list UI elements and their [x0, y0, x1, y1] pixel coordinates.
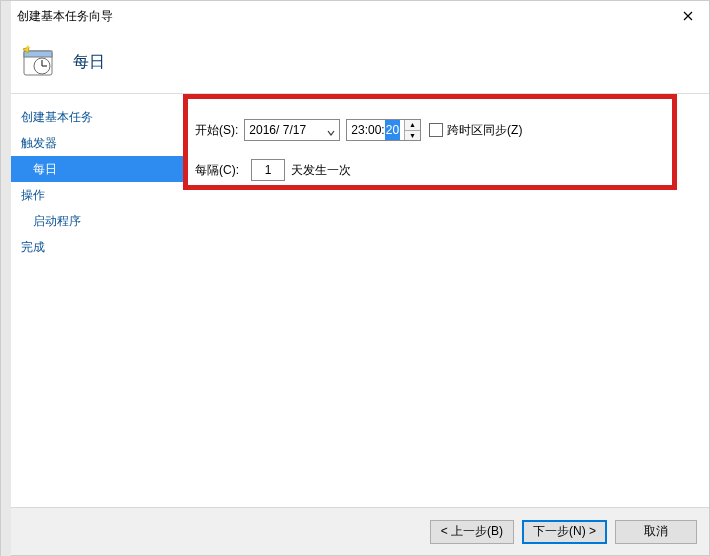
sidebar-item-finish[interactable]: 完成	[11, 234, 183, 260]
interval-label: 每隔(C):	[195, 162, 239, 179]
tz-sync-label: 跨时区同步(Z)	[447, 122, 522, 139]
time-spinner[interactable]: ▲ ▼	[404, 120, 420, 140]
interval-row: 每隔(C): 1 天发生一次	[195, 158, 351, 182]
next-button[interactable]: 下一步(N) >	[522, 520, 607, 544]
content-pane: 开始(S): 2016/ 7/17 23:00:20 ▲ ▼	[183, 94, 709, 507]
sidebar-item-daily[interactable]: 每日	[11, 156, 183, 182]
start-date-picker[interactable]: 2016/ 7/17	[244, 119, 340, 141]
sidebar-item-create-basic-task[interactable]: 创建基本任务	[11, 104, 183, 130]
background-strip	[1, 1, 11, 556]
start-time-value: 23:00:20	[347, 120, 404, 140]
window-title: 创建基本任务向导	[17, 8, 113, 25]
start-time-seconds-selected: 20	[385, 120, 400, 140]
body: 创建基本任务 触发器 每日 操作 启动程序 完成 开始(S): 2016/ 7/…	[11, 94, 709, 507]
close-icon	[683, 8, 693, 24]
titlebar: 创建基本任务向导	[11, 1, 709, 31]
tz-sync-checkbox[interactable]	[429, 123, 443, 137]
back-button[interactable]: < 上一步(B)	[430, 520, 514, 544]
start-row: 开始(S): 2016/ 7/17 23:00:20 ▲ ▼	[195, 118, 522, 142]
interval-input[interactable]: 1	[251, 159, 285, 181]
footer: < 上一步(B) 下一步(N) > 取消	[11, 507, 709, 555]
chevron-down-icon	[327, 126, 335, 134]
sidebar-item-start-program[interactable]: 启动程序	[11, 208, 183, 234]
page-title: 每日	[73, 52, 105, 73]
sidebar: 创建基本任务 触发器 每日 操作 启动程序 完成	[11, 94, 183, 507]
header: 每日	[11, 31, 709, 93]
cancel-button[interactable]: 取消	[615, 520, 697, 544]
sidebar-item-trigger[interactable]: 触发器	[11, 130, 183, 156]
start-label: 开始(S):	[195, 122, 238, 139]
spinner-down-icon[interactable]: ▼	[405, 131, 420, 141]
sidebar-item-action[interactable]: 操作	[11, 182, 183, 208]
close-button[interactable]	[667, 2, 709, 30]
schedule-icon	[21, 45, 55, 79]
interval-suffix: 天发生一次	[291, 162, 351, 179]
wizard-window: 创建基本任务向导 每日 创建基本任务 触发器 每日	[0, 0, 710, 556]
start-time-field[interactable]: 23:00:20 ▲ ▼	[346, 119, 421, 141]
spinner-up-icon[interactable]: ▲	[405, 120, 420, 131]
start-date-value: 2016/ 7/17	[249, 123, 306, 137]
